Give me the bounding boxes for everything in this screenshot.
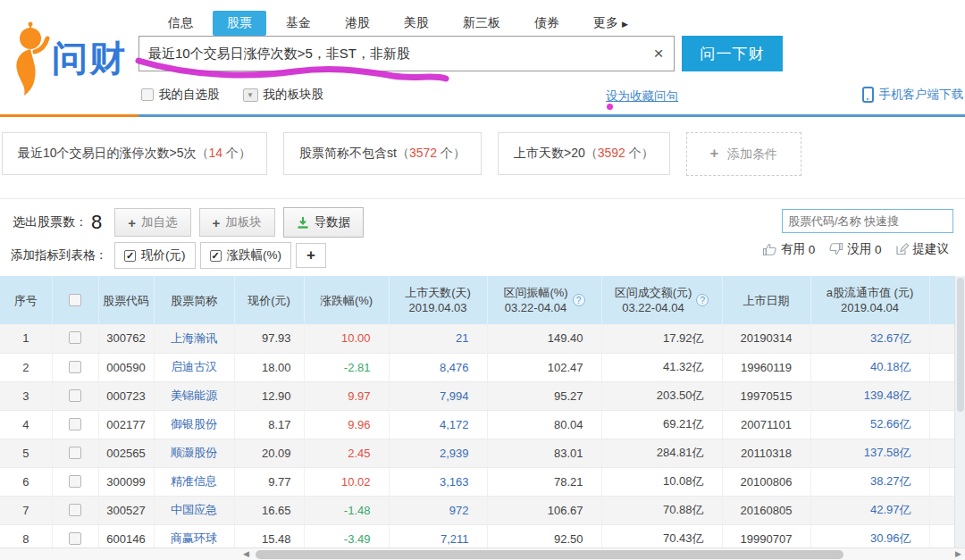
list-date-cell: 20110318 xyxy=(722,439,810,467)
scroll-left-icon[interactable]: ◀ xyxy=(243,549,249,558)
header-line1: 涨跌幅(%) xyxy=(320,293,373,308)
add-watchlist-button[interactable]: + 加自选 xyxy=(114,208,190,237)
condition-box-2[interactable]: 股票简称不包含st（3572 个） xyxy=(283,132,482,175)
header-cell-2 xyxy=(52,276,98,324)
my-sectors-dropdown-icon[interactable]: ▼ xyxy=(243,88,258,102)
stock-name-link[interactable]: 中国应急 xyxy=(171,503,217,516)
list-date-cell: 20100806 xyxy=(722,467,810,496)
row-checkbox[interactable] xyxy=(69,504,81,516)
phone-icon xyxy=(862,87,874,103)
vertical-scrollbar[interactable] xyxy=(954,276,965,553)
stock-name-link[interactable]: 顺灏股份 xyxy=(171,446,217,459)
query-input[interactable] xyxy=(139,37,643,71)
stock-name-cell: 精准信息 xyxy=(154,467,234,496)
my-sectors-option[interactable]: ▼ 我的板块股 xyxy=(243,87,324,103)
indicator-label: 现价(元) xyxy=(141,247,186,263)
add-sector-button[interactable]: + 加板块 xyxy=(199,208,275,237)
days-cell: 2,939 xyxy=(389,439,487,467)
stock-name-link[interactable]: 美锦能源 xyxy=(171,389,217,402)
wencai-logo[interactable]: 问财 xyxy=(7,20,127,96)
ask-button[interactable]: 问一下财 xyxy=(682,36,783,71)
row-checkbox[interactable] xyxy=(69,331,81,344)
table-row-4: 4002177御银股份8.179.964,17280.0469.21亿20071… xyxy=(0,410,954,439)
indicators-label: 添加指标到表格： xyxy=(7,247,107,263)
condition-paren: （ xyxy=(585,146,598,160)
spacer-cell xyxy=(929,439,954,467)
stock-name-link[interactable]: 启迪古汉 xyxy=(171,360,217,373)
indicator-tag-2[interactable]: ✓涨跌幅(%) xyxy=(200,242,292,269)
useful-count: 0 xyxy=(809,243,816,256)
export-data-button[interactable]: 导数据 xyxy=(283,207,365,238)
nav-tab-2[interactable]: 股票 xyxy=(213,11,266,36)
row-checkbox[interactable] xyxy=(69,389,81,402)
edit-icon xyxy=(895,242,910,256)
stock-code-cell: 000723 xyxy=(98,381,154,410)
nav-tab-more[interactable]: 更多▶ xyxy=(579,11,642,36)
add-condition-button[interactable]: +添加条件 xyxy=(686,132,801,176)
table-row-6: 6300099精准信息9.7710.023,16378.2110.08亿2010… xyxy=(0,467,954,496)
nav-tab-5[interactable]: 美股 xyxy=(390,11,443,36)
download-icon xyxy=(297,216,309,229)
quick-search-input[interactable] xyxy=(783,214,951,228)
row-checkbox[interactable] xyxy=(69,361,81,373)
help-icon[interactable]: ? xyxy=(573,294,585,306)
checked-checkbox-icon[interactable]: ✓ xyxy=(210,250,222,262)
useful-button[interactable]: 有用 0 xyxy=(762,241,815,257)
stock-name-link[interactable]: 御银股份 xyxy=(171,417,217,430)
help-icon[interactable]: ? xyxy=(696,294,709,306)
spacer-cell xyxy=(929,410,954,439)
checkbox-cell xyxy=(52,410,98,439)
nav-tab-3[interactable]: 基金 xyxy=(272,11,325,36)
stock-name-cell: 御银股份 xyxy=(154,410,234,439)
my-watchlist-checkbox[interactable] xyxy=(141,88,154,101)
stock-name-link[interactable]: 商赢环球 xyxy=(171,531,217,545)
feedback-bar: 有用 0 没用 0 提建议 xyxy=(749,241,949,257)
results-table: 序号股票代码股票简称现价(元)涨跌幅(%)上市天数(天)2019.04.03区间… xyxy=(0,276,955,554)
nav-tab-6[interactable]: 新三板 xyxy=(449,11,515,36)
add-indicator-button[interactable]: + xyxy=(296,243,326,268)
horizontal-scroll-thumb[interactable] xyxy=(256,550,843,559)
stock-code-cell: 002565 xyxy=(98,439,154,467)
stock-name-link[interactable]: 精准信息 xyxy=(171,474,217,488)
row-checkbox[interactable] xyxy=(69,532,81,545)
nav-tab-1[interactable]: 信息 xyxy=(154,11,207,36)
price-cell: 12.90 xyxy=(234,381,304,410)
header-cell-3: 股票代码 xyxy=(98,276,154,324)
stock-name-cell: 上海瀚讯 xyxy=(154,324,234,353)
export-label: 导数据 xyxy=(315,214,351,230)
turnover-cell: 17.92亿 xyxy=(601,324,722,353)
header-cell-1: 序号 xyxy=(0,276,52,324)
condition-label: 最近10个交易日的涨停次数>5次 xyxy=(18,146,197,160)
row-checkbox[interactable] xyxy=(69,418,81,430)
horizontal-scrollbar[interactable]: ◀ ▶ xyxy=(0,547,965,560)
app-download-link[interactable]: 手机客户端下载 xyxy=(862,87,964,103)
nav-tab-7[interactable]: 债券 xyxy=(520,11,574,36)
favorite-question-link[interactable]: 设为收藏问句 xyxy=(606,88,678,104)
amplitude-cell: 78.21 xyxy=(487,467,601,496)
condition-box-1[interactable]: 最近10个交易日的涨停次数>5次（14 个） xyxy=(2,132,267,175)
plus-icon: + xyxy=(710,146,718,161)
stock-name-link[interactable]: 上海瀚讯 xyxy=(171,331,217,345)
nav-tab-4[interactable]: 港股 xyxy=(331,11,384,36)
seq-cell: 5 xyxy=(0,439,52,467)
query-options: 我的自选股 ▼ 我的板块股 xyxy=(141,87,347,103)
suggest-button[interactable]: 提建议 xyxy=(895,241,950,257)
days-cell: 7,994 xyxy=(389,381,487,410)
clear-icon[interactable]: × xyxy=(643,44,674,63)
list-date-cell: 20190314 xyxy=(722,324,810,353)
spacer-cell xyxy=(929,324,954,353)
select-all-checkbox[interactable] xyxy=(69,294,81,306)
header-divider xyxy=(0,114,965,117)
condition-box-3[interactable]: 上市天数>20（3592 个） xyxy=(498,132,670,175)
spacer-cell xyxy=(929,467,954,496)
suggest-label: 提建议 xyxy=(913,241,950,257)
vertical-scroll-thumb[interactable] xyxy=(957,278,964,412)
useless-button[interactable]: 没用 0 xyxy=(828,241,881,257)
indicator-tag-1[interactable]: ✓现价(元) xyxy=(114,242,196,269)
header-cell-6: 涨跌幅(%) xyxy=(304,276,389,324)
my-watchlist-option[interactable]: 我的自选股 xyxy=(141,87,220,103)
scroll-right-icon[interactable]: ▶ xyxy=(955,549,961,558)
checked-checkbox-icon[interactable]: ✓ xyxy=(124,250,136,262)
row-checkbox[interactable] xyxy=(69,475,81,488)
row-checkbox[interactable] xyxy=(69,447,81,459)
